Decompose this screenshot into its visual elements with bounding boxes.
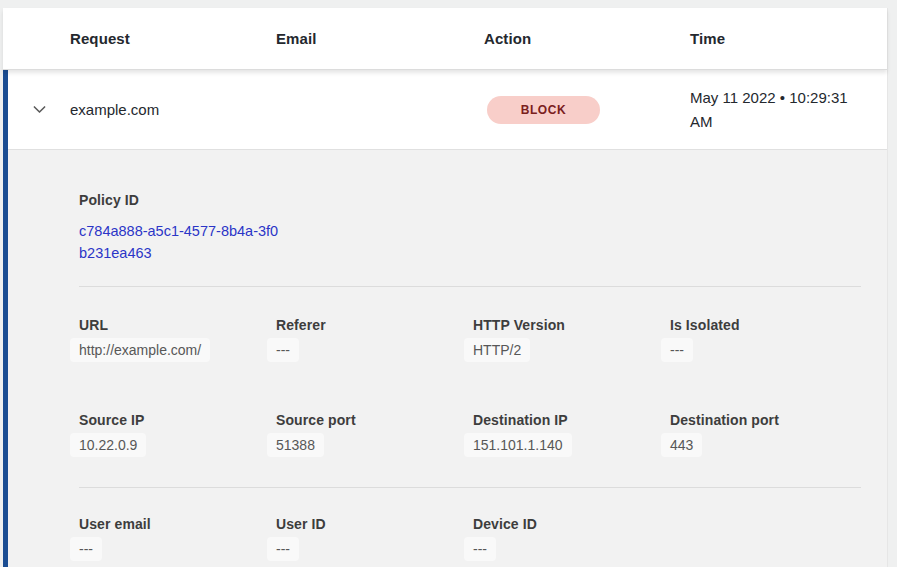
- table-row[interactable]: example.com BLOCK May 11 2022 • 10:29:31…: [8, 70, 887, 150]
- field-source-port-label: Source port: [276, 412, 473, 428]
- field-source-ip: Source IP 10.22.0.9: [79, 412, 276, 457]
- field-is-isolated-value: ---: [661, 338, 693, 362]
- field-user-email: User email ---: [79, 516, 276, 561]
- field-referer: Referer ---: [276, 317, 473, 362]
- field-source-port: Source port 51388: [276, 412, 473, 457]
- field-destination-port-label: Destination port: [670, 412, 867, 428]
- row-cells: example.com BLOCK May 11 2022 • 10:29:31…: [70, 86, 887, 134]
- request-fields-grid: URL http://example.com/ Referer --- HTTP…: [79, 317, 861, 457]
- expand-toggle-button[interactable]: [8, 101, 70, 118]
- field-device-id-label: Device ID: [473, 516, 670, 532]
- field-url-label: URL: [79, 317, 276, 333]
- field-device-id-value: ---: [464, 537, 496, 561]
- field-http-version-value: HTTP/2: [464, 338, 530, 362]
- field-destination-ip-value: 151.101.1.140: [464, 433, 572, 457]
- empty-cell: [670, 516, 867, 561]
- policy-id-link[interactable]: c784a888-a5c1-4577-8b4a-3f0b231ea463: [79, 221, 279, 264]
- section-divider: [79, 286, 861, 287]
- policy-id-label: Policy ID: [79, 192, 861, 208]
- page-background: Request Email Action Time example.com: [0, 0, 897, 567]
- field-url: URL http://example.com/: [79, 317, 276, 362]
- section-divider: [79, 487, 861, 488]
- field-user-email-value: ---: [70, 537, 102, 561]
- row-details-panel: Policy ID c784a888-a5c1-4577-8b4a-3f0b23…: [8, 150, 887, 567]
- field-http-version-label: HTTP Version: [473, 317, 670, 333]
- field-url-value: http://example.com/: [70, 338, 210, 362]
- field-referer-label: Referer: [276, 317, 473, 333]
- expanded-row-group: example.com BLOCK May 11 2022 • 10:29:31…: [3, 70, 887, 567]
- field-destination-port: Destination port 443: [670, 412, 867, 457]
- requests-log-table: Request Email Action Time example.com: [3, 8, 888, 567]
- field-referer-value: ---: [267, 338, 299, 362]
- column-header-action: Action: [484, 30, 690, 47]
- field-destination-port-value: 443: [661, 433, 702, 457]
- row-action-cell: BLOCK: [484, 96, 690, 124]
- row-time-value: May 11 2022 • 10:29:31 AM: [690, 86, 868, 134]
- policy-id-field: Policy ID c784a888-a5c1-4577-8b4a-3f0b23…: [79, 192, 861, 264]
- field-is-isolated-label: Is Isolated: [670, 317, 867, 333]
- field-source-port-value: 51388: [267, 433, 324, 457]
- column-header-request: Request: [70, 30, 276, 47]
- user-fields-grid: User email --- User ID --- Device ID ---: [79, 516, 861, 561]
- field-user-id: User ID ---: [276, 516, 473, 561]
- field-device-id: Device ID ---: [473, 516, 670, 561]
- field-source-ip-label: Source IP: [79, 412, 276, 428]
- column-header-email: Email: [276, 30, 484, 47]
- field-source-ip-value: 10.22.0.9: [70, 433, 146, 457]
- field-user-email-label: User email: [79, 516, 276, 532]
- field-http-version: HTTP Version HTTP/2: [473, 317, 670, 362]
- action-block-badge: BLOCK: [487, 96, 600, 124]
- row-request-value: example.com: [70, 101, 276, 118]
- field-destination-ip-label: Destination IP: [473, 412, 670, 428]
- column-header-time: Time: [690, 30, 887, 47]
- field-destination-ip: Destination IP 151.101.1.140: [473, 412, 670, 457]
- field-user-id-value: ---: [267, 537, 299, 561]
- field-is-isolated: Is Isolated ---: [670, 317, 867, 362]
- chevron-down-icon: [31, 101, 48, 118]
- table-header: Request Email Action Time: [3, 8, 887, 70]
- field-user-id-label: User ID: [276, 516, 473, 532]
